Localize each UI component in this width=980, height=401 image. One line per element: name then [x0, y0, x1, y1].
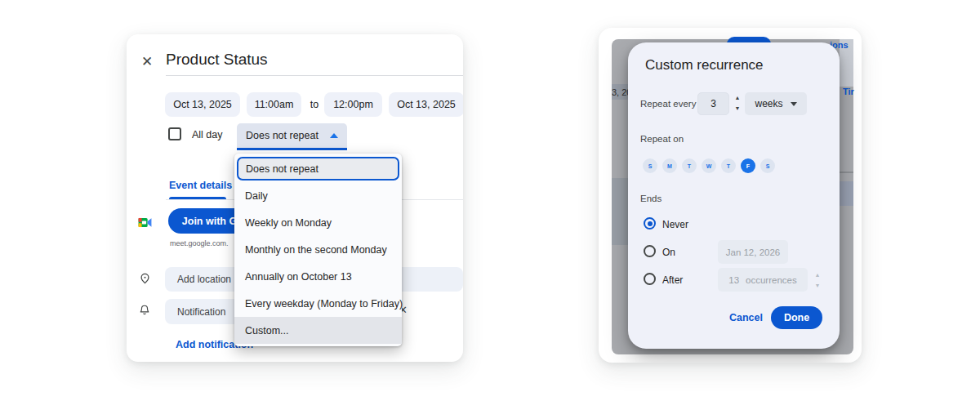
start-date-field[interactable]: Oct 13, 2025 — [165, 92, 240, 117]
recurrence-select-value: Does not repeat — [246, 130, 318, 141]
frequency-select[interactable]: weeks — [745, 92, 807, 115]
start-time-field[interactable]: 11:00am — [247, 92, 301, 117]
recurrence-menu-item[interactable]: Weekly on Monday — [234, 209, 402, 236]
frequency-select-value: weeks — [755, 98, 782, 109]
backdrop-band — [840, 181, 853, 206]
chevron-up-icon — [330, 133, 338, 138]
weekday-toggle[interactable]: F — [741, 158, 755, 173]
done-button[interactable]: Done — [771, 306, 822, 329]
recurrence-dropdown-menu: Does not repeatDailyWeekly on MondayMont… — [234, 154, 402, 346]
ends-after-label: After — [662, 274, 683, 286]
weekday-toggle-row: SMTWTFS — [643, 158, 775, 173]
ends-never-label: Never — [662, 219, 688, 230]
backdrop-timezone-text-fragment: Tir — [843, 87, 854, 96]
cancel-button[interactable]: Cancel — [729, 312, 763, 323]
screenshot-canvas: ✕ Product Status Oct 13, 2025 11:00am to… — [0, 0, 980, 401]
ends-after-occurrences-input[interactable]: 13 occurrences — [718, 268, 808, 292]
weekday-toggle[interactable]: S — [760, 158, 775, 173]
weekday-toggle[interactable]: S — [643, 158, 657, 173]
chevron-down-icon — [791, 102, 797, 106]
event-title[interactable]: Product Status — [166, 51, 268, 69]
meet-link-text: meet.google.com. — [170, 239, 229, 247]
weekday-toggle[interactable]: W — [702, 158, 716, 173]
repeat-every-label: Repeat every — [640, 99, 696, 109]
interval-input[interactable]: 3 — [697, 92, 729, 115]
recurrence-select[interactable]: Does not repeat — [237, 123, 347, 150]
occurrences-suffix: occurrences — [746, 275, 797, 285]
recurrence-menu-item[interactable]: Monthly on the second Monday — [234, 236, 402, 263]
end-time-field[interactable]: 12:00pm — [324, 92, 382, 117]
ends-on-label: On — [662, 247, 675, 258]
recurrence-menu-item[interactable]: Daily — [234, 182, 402, 209]
occurrences-increment-icon[interactable]: ▲ — [813, 272, 822, 278]
interval-increment-icon[interactable]: ▲ — [733, 95, 742, 100]
ends-on-radio[interactable] — [644, 245, 656, 257]
end-date-field[interactable]: Oct 13, 2025 — [389, 92, 463, 117]
recurrence-menu-item[interactable]: Annually on October 13 — [234, 263, 402, 290]
recurrence-menu-item[interactable]: Every weekday (Monday to Friday) — [234, 290, 402, 317]
tab-event-details[interactable]: Event details — [169, 180, 232, 191]
weekday-toggle[interactable]: T — [682, 158, 697, 173]
close-icon[interactable]: ✕ — [138, 52, 156, 70]
weekday-toggle[interactable]: T — [721, 158, 736, 173]
recurrence-menu-item[interactable]: Custom... — [234, 317, 402, 344]
custom-recurrence-card: ions Tir 3, 20 Custom recurrence Repeat … — [599, 28, 862, 363]
ends-label: Ends — [640, 194, 662, 203]
backdrop-band — [612, 178, 628, 245]
weekday-toggle[interactable]: M — [662, 158, 677, 173]
location-pin-icon — [139, 271, 151, 286]
google-meet-icon — [137, 215, 153, 230]
dialog-title: Custom recurrence — [645, 57, 764, 74]
ends-never-radio[interactable] — [644, 217, 656, 229]
all-day-label: All day — [192, 129, 223, 140]
title-divider — [166, 75, 463, 76]
ends-on-date-input[interactable]: Jan 12, 2026 — [718, 240, 788, 264]
all-day-checkbox[interactable] — [168, 127, 181, 140]
to-label: to — [305, 92, 323, 117]
backdrop-date-fragment: 3, 20 — [612, 84, 628, 100]
event-editor-card: ✕ Product Status Oct 13, 2025 11:00am to… — [127, 34, 463, 362]
occurrences-value: 13 — [728, 275, 739, 285]
recurrence-menu-item[interactable]: Does not repeat — [237, 157, 399, 180]
tab-active-underline — [169, 197, 226, 199]
interval-decrement-icon[interactable]: ▼ — [733, 105, 742, 111]
ends-after-radio[interactable] — [644, 273, 656, 285]
custom-recurrence-dialog: Custom recurrence Repeat every 3 ▲ ▼ wee… — [628, 42, 840, 349]
backdrop-divider — [840, 172, 853, 173]
repeat-on-label: Repeat on — [640, 134, 684, 144]
occurrences-decrement-icon[interactable]: ▼ — [813, 283, 822, 288]
notification-bell-icon — [139, 303, 150, 317]
